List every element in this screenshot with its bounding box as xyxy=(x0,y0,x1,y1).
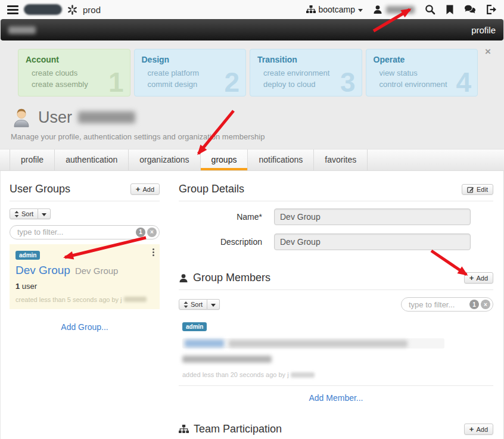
chevron-down-icon xyxy=(42,213,46,216)
tab-notifications[interactable]: notifications xyxy=(248,150,314,170)
filter-clear-icon[interactable]: × xyxy=(147,228,157,237)
hamburger-menu-icon[interactable] xyxy=(7,5,18,14)
header-section: Account create clouds create assembly 1 … xyxy=(0,41,504,149)
redacted-user-title-name xyxy=(78,111,135,123)
redacted-breadcrumb xyxy=(8,26,36,34)
description-field-label: Description xyxy=(179,237,262,247)
avatar xyxy=(11,107,32,128)
wizard-step-number: 4 xyxy=(456,69,471,96)
team-participation-add-button[interactable]: + Add xyxy=(464,424,493,435)
group-user-count: 1 user xyxy=(15,282,154,291)
user-groups-add-button[interactable]: + Add xyxy=(130,183,160,195)
main-content: User Groups + Add Sort xyxy=(0,171,504,439)
wizard-step-title: Operate xyxy=(374,55,471,64)
redacted-username xyxy=(386,6,415,14)
wizard-step-title: Design xyxy=(142,55,239,64)
sign-out-icon[interactable] xyxy=(486,5,497,14)
filter-clear-icon[interactable]: × xyxy=(481,300,490,309)
tab-bar: profile authentication organizations gro… xyxy=(0,149,504,171)
tab-authentication[interactable]: authentication xyxy=(55,150,129,170)
org-switcher[interactable]: bootcamp xyxy=(306,5,363,14)
user-groups-title: User Groups xyxy=(10,183,70,195)
tab-profile[interactable]: profile xyxy=(10,150,55,170)
group-list-item[interactable]: admin Dev Group Dev Group 1 user created… xyxy=(10,244,160,309)
group-name-link[interactable]: Dev Group xyxy=(15,264,70,277)
plus-icon: + xyxy=(469,425,474,433)
user-icon xyxy=(373,5,382,14)
user-groups-sort-control: Sort xyxy=(10,208,51,219)
redacted-adder-name xyxy=(291,372,315,378)
wizard-step-transition[interactable]: Transition create environment deploy to … xyxy=(250,49,362,96)
sort-icon xyxy=(14,211,19,217)
sort-icon xyxy=(183,301,188,308)
sitemap-icon xyxy=(179,425,189,434)
filter-count-badge: 1 xyxy=(136,228,145,237)
close-icon[interactable]: × xyxy=(485,46,491,57)
redacted-member-details xyxy=(229,340,407,347)
filter-count-badge: 1 xyxy=(469,300,479,309)
user-groups-filter: 1 × xyxy=(10,225,160,239)
members-sort-control: Sort xyxy=(179,299,220,310)
sort-dropdown-button[interactable] xyxy=(207,299,220,310)
wizard-step-number: 2 xyxy=(224,69,239,96)
plus-icon: + xyxy=(136,185,141,193)
group-members-title: Group Members xyxy=(179,272,270,284)
search-icon[interactable] xyxy=(425,4,435,15)
tab-favorites[interactable]: favorites xyxy=(314,150,368,170)
spark-icon xyxy=(67,5,77,15)
current-user[interactable] xyxy=(373,5,415,14)
chevron-down-icon xyxy=(358,9,363,12)
app-bar: profile xyxy=(1,19,503,41)
add-group-link[interactable]: Add Group... xyxy=(10,322,160,332)
group-created-note: created less than 5 seconds ago by j xyxy=(15,296,154,303)
name-field[interactable] xyxy=(274,208,471,225)
chevron-down-icon xyxy=(211,304,216,307)
wizard-step-design[interactable]: Design create platform commit design 2 xyxy=(134,49,247,96)
group-members-add-button[interactable]: + Add xyxy=(464,272,493,284)
chat-icon[interactable] xyxy=(464,5,476,14)
name-field-label: Name* xyxy=(179,212,262,222)
redacted-member-link xyxy=(185,340,224,347)
wizard-step-title: Account xyxy=(26,55,123,64)
member-added-note: added less than 20 seconds ago by j xyxy=(182,371,490,378)
wizard-step-number: 3 xyxy=(340,69,356,96)
group-description-text: Dev Group xyxy=(75,266,119,276)
wizard-step-account[interactable]: Account create clouds create assembly 1 xyxy=(18,49,130,96)
org-switcher-label: bootcamp xyxy=(319,5,355,14)
getting-started-wizard: Account create clouds create assembly 1 … xyxy=(18,49,486,96)
group-details-title: Group Details xyxy=(179,183,244,195)
redacted-member-name xyxy=(182,356,272,363)
admin-badge: admin xyxy=(15,251,40,260)
wizard-step-operate[interactable]: Operate view status control environment … xyxy=(366,49,478,96)
add-member-link[interactable]: Add Member... xyxy=(179,393,493,403)
group-details-panel: Group Details Edit Name* Description xyxy=(179,183,493,439)
navbar-left: prod xyxy=(7,4,101,15)
members-filter: 1 × xyxy=(401,297,493,312)
sort-button[interactable]: Sort xyxy=(179,299,207,310)
team-participation-title: Team Participation xyxy=(179,423,282,435)
page-crumb-label: profile xyxy=(471,25,496,35)
pencil-icon xyxy=(467,186,474,193)
environment-label: prod xyxy=(83,5,101,15)
tab-organizations[interactable]: organizations xyxy=(129,150,200,170)
sitemap-icon xyxy=(306,5,316,14)
edit-button[interactable]: Edit xyxy=(462,184,493,195)
user-groups-panel: User Groups + Add Sort xyxy=(10,183,160,439)
page-subtitle: Manage your profile, authentication sett… xyxy=(11,132,504,149)
team-participation-section: Team Participation + Add xyxy=(179,423,493,439)
kebab-menu-icon[interactable] xyxy=(153,248,154,256)
description-field[interactable] xyxy=(274,233,471,250)
page: { "ui": { "plus": "+", "close": "×" }, "… xyxy=(0,0,504,439)
redacted-creator-name xyxy=(124,297,147,302)
sort-button[interactable]: Sort xyxy=(10,208,38,219)
page-title: User xyxy=(38,108,72,127)
navbar-right: bootcamp xyxy=(306,4,497,15)
top-navbar: prod bootcamp xyxy=(0,0,504,19)
sort-dropdown-button[interactable] xyxy=(38,208,51,219)
group-members-section: Group Members + Add Sort xyxy=(179,272,493,403)
wizard-step-number: 1 xyxy=(108,69,124,96)
member-list-item[interactable]: admin added less than 20 seconds ago by … xyxy=(179,317,493,378)
plus-icon: + xyxy=(469,274,474,282)
tab-groups[interactable]: groups xyxy=(201,150,248,170)
bookmark-icon[interactable] xyxy=(446,5,454,15)
